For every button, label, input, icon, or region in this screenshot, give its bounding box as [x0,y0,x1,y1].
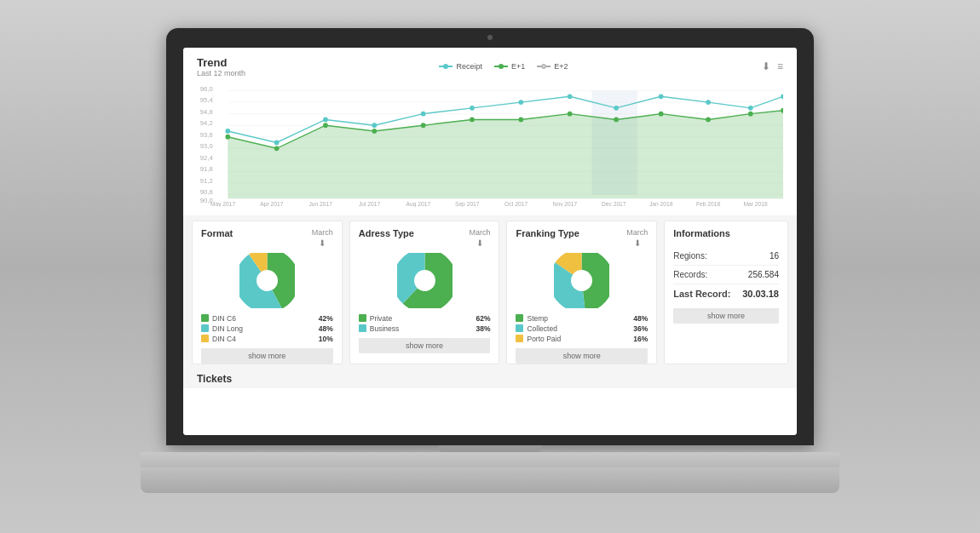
show-more-address[interactable]: show more [359,338,491,353]
svg-text:Mar 2018: Mar 2018 [743,200,767,206]
legend-label: Business [370,324,473,333]
legend-format: DIN C6 42% DIN Long 48% DIN C4 [201,314,333,343]
svg-text:93,0: 93,0 [200,142,213,150]
svg-point-32 [659,111,664,116]
svg-point-25 [323,123,328,128]
trend-title-block: Trend Last 12 month [197,56,245,77]
pie-franking [516,251,648,311]
show-more-franking[interactable]: show more [516,348,648,364]
panel-franking-header: Franking Type March ⬇ [516,228,648,248]
panel-format-header: Format March ⬇ [201,228,333,248]
pie-address-svg [397,253,453,308]
screen-bezel: Trend Last 12 month Receipt [166,28,814,445]
info-records-label: Records: [673,270,707,279]
svg-point-31 [614,117,619,122]
legend-pct: 16% [633,335,648,343]
svg-text:Jul 2017: Jul 2017 [359,200,381,206]
legend-row: DIN C6 42% [201,314,333,323]
pie-franking-svg [554,253,609,308]
svg-point-34 [748,111,753,116]
laptop-base-top [141,452,839,467]
svg-point-29 [518,117,523,122]
legend-e1-label: E+1 [511,62,525,71]
svg-text:Nov 2017: Nov 2017 [553,200,578,206]
info-last-record-label: Last Record: [673,289,730,299]
panel-franking-title: Franking Type [516,228,579,238]
legend-pct: 48% [633,314,648,323]
legend-label: DIN C4 [212,335,315,343]
svg-text:May 2017: May 2017 [210,200,236,206]
svg-point-37 [274,140,280,145]
svg-text:Jan 2018: Jan 2018 [649,200,673,206]
svg-text:96,0: 96,0 [200,84,213,92]
svg-text:90,6: 90,6 [200,188,213,196]
screen-inner: Trend Last 12 month Receipt [183,48,797,435]
panel-address: Adress Type March ⬇ [349,221,500,364]
panel-franking-download[interactable]: ⬇ [634,238,641,248]
legend-pct: 36% [633,324,648,333]
svg-point-46 [706,100,711,105]
legend-color [516,335,523,342]
info-regions-row: Regions: 16 [673,247,779,266]
svg-point-23 [225,134,230,139]
svg-text:Apr 2017: Apr 2017 [260,200,283,206]
legend-color [359,324,366,332]
panel-address-download[interactable]: ⬇ [476,238,483,248]
tickets-section: Tickets [183,370,797,388]
svg-text:93,6: 93,6 [200,130,213,138]
legend-receipt: Receipt [439,62,482,71]
camera-dot [487,35,493,40]
download-icon[interactable]: ⬇ [762,60,770,72]
pie-format-svg [239,253,295,308]
legend-label: Collected [527,324,630,333]
legend-label: Porto Paid [527,335,630,343]
svg-text:92,4: 92,4 [200,153,214,161]
chart-area: 96,0 95,4 94,8 94,2 93,6 93,0 92,4 91,8 … [197,79,783,207]
svg-point-40 [421,111,426,116]
info-last-record-row: Last Record: 30.03.18 [673,284,779,303]
legend-pct: 48% [319,324,333,333]
legend-color [201,314,209,322]
legend-e2: E+2 [537,62,568,71]
trend-chart: 96,0 95,4 94,8 94,2 93,6 93,0 92,4 91,8 … [197,79,783,207]
svg-point-27 [421,123,426,128]
legend-e2-label: E+2 [554,62,568,71]
trend-title: Trend [197,56,245,69]
pie-format [201,251,333,311]
show-more-format[interactable]: show more [201,348,333,364]
svg-point-36 [225,129,230,134]
info-regions-label: Regions: [673,251,706,261]
svg-point-33 [706,117,711,122]
trend-legend: Receipt E+1 [439,62,568,71]
svg-text:Sep 2017: Sep 2017 [455,200,480,206]
svg-point-47 [748,105,753,110]
svg-point-42 [518,100,523,105]
laptop: Trend Last 12 month Receipt [141,28,839,505]
legend-row: DIN C4 10% [201,335,333,343]
svg-text:Oct 2017: Oct 2017 [504,200,527,206]
legend-receipt-label: Receipt [456,62,482,71]
svg-point-39 [372,123,377,128]
panel-format-download[interactable]: ⬇ [319,238,326,248]
panel-format: Format March ⬇ [192,221,343,364]
info-records-value: 256.584 [748,270,779,279]
info-last-record-value: 30.03.18 [742,289,779,299]
legend-color [516,314,523,322]
svg-point-44 [614,105,619,110]
legend-pct: 42% [319,314,333,323]
svg-text:94,2: 94,2 [200,119,213,127]
tickets-title: Tickets [197,373,783,385]
show-more-info[interactable]: show more [673,308,779,324]
svg-text:Feb 2018: Feb 2018 [696,200,720,206]
panel-franking: Franking Type March ⬇ [506,221,657,364]
svg-text:91,8: 91,8 [200,165,213,173]
menu-icon[interactable]: ≡ [777,60,783,72]
panel-address-month: March ⬇ [469,228,490,248]
legend-e1: E+1 [494,62,525,71]
legend-color [516,324,523,332]
legend-color [359,314,366,322]
svg-point-38 [323,117,328,122]
info-records-row: Records: 256.584 [673,266,779,284]
panel-info: Informations Regions: 16 Records: 256.58… [664,221,788,364]
trend-subtitle: Last 12 month [197,69,245,77]
